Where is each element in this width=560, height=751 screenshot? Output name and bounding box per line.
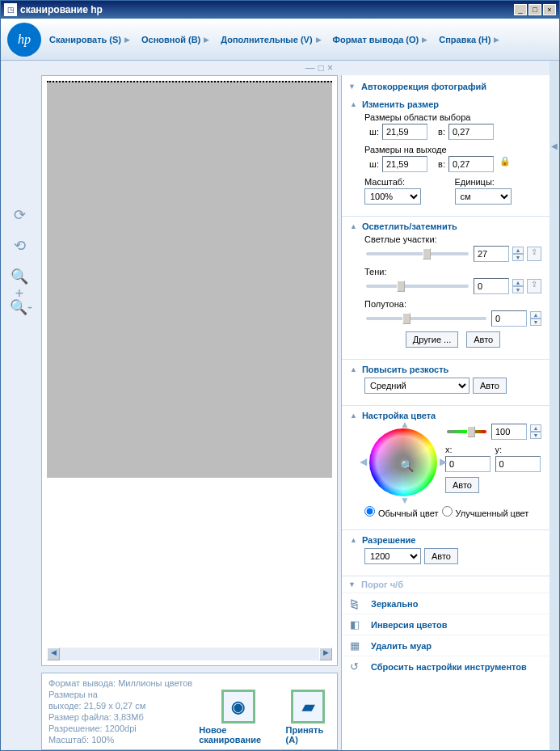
shadows-label: Тени: [364,267,541,276]
section-lighten[interactable]: ▲Осветлить/затемнить [350,222,541,231]
window-title: сканирование hp [20,4,512,15]
scan-preview[interactable] [47,81,332,478]
auto-sharpen-button[interactable]: Авто [473,378,507,394]
lock-aspect-icon[interactable]: 🔒 [497,156,513,172]
selection-height-input[interactable] [448,124,494,140]
accept-button[interactable]: ▰ Принять (A) [286,690,331,745]
arrow-left-icon[interactable]: ◀ [360,456,367,467]
midtones-label: Полутона: [364,299,541,309]
highlights-input[interactable] [474,246,509,262]
saturation-input[interactable] [491,424,527,440]
normal-color-radio[interactable]: Обычный цвет [364,506,439,518]
zoom-in-icon[interactable]: 🔍+ [10,268,29,287]
descreen-label: Удалить муар [371,641,432,651]
resolution-select[interactable]: 1200 [364,548,421,564]
scale-label: Масштаб: [364,177,452,187]
menu-advanced[interactable]: Дополнительные (V) [221,35,312,44]
panel-window-controls: — □ × [41,61,338,75]
midtones-input[interactable] [491,310,527,327]
magnifier-icon: 🔍 [400,459,414,472]
output-height-input[interactable] [448,156,494,172]
output-width-input[interactable] [382,156,427,172]
auto-color-button[interactable]: Авто [445,477,479,493]
side-collapse-bar[interactable]: ◀ [549,61,559,750]
minimize-button[interactable]: _ [514,4,527,15]
close-button[interactable]: × [543,4,556,15]
reset-tools-action[interactable]: ↺Сбросить настройки инструментов [342,656,549,677]
enhanced-color-radio[interactable]: Улучшенный цвет [442,506,529,518]
menu-output[interactable]: Формат вывода (O) [333,35,419,44]
scrollbar-track[interactable] [60,648,319,660]
chevron-right-icon: ▶ [494,36,499,44]
highlights-slider[interactable] [366,252,469,255]
sat-up[interactable]: ▲ [530,424,541,432]
section-threshold[interactable]: ▼ Порог ч/б [342,576,549,593]
shadows-reset-icon[interactable]: ⇪ [527,279,541,293]
section-autocorrect[interactable]: ▼ Автокоррекция фотографий [342,78,549,95]
color-wheel[interactable]: 🔍 [369,428,437,496]
highlights-up[interactable]: ▲ [512,247,524,254]
chevron-down-icon: ▼ [348,580,356,589]
rotate-cw-icon[interactable]: ⟳ [10,206,29,226]
sharpen-body: ▲Повысить резкость Средний Авто [342,360,549,406]
midtones-slider[interactable] [366,317,486,320]
new-scan-button[interactable]: ◉ Новое сканирование [199,690,277,745]
invert-action[interactable]: ◧Инверсия цветов [342,614,549,635]
units-select[interactable]: см [455,188,512,205]
arrow-down-icon[interactable]: ▼ [400,495,410,506]
color-x-input[interactable] [445,456,491,472]
sharpen-select[interactable]: Средний [364,378,469,394]
descreen-icon: ▦ [350,639,363,652]
normal-color-label: Обычный цвет [378,508,439,518]
status-format: Формат вывода: Миллионы цветов [48,678,192,688]
scroll-left-button[interactable]: ◀ [47,648,60,660]
menu-basic[interactable]: Основной (B) [141,35,200,44]
output-dims-label: Размеры на выходе [364,145,541,154]
midtones-up[interactable]: ▲ [530,311,541,319]
status-box: Формат вывода: Миллионы цветов Размеры н… [41,673,338,750]
section-color[interactable]: ▲Настройка цвета [350,411,541,420]
panel-close-icon[interactable]: × [327,62,333,74]
content-area: ⟳ ⟲ 🔍+ 🔍- — □ × ◀ ▶ [1,61,559,750]
scale-select[interactable]: 100% [364,188,421,205]
highlights-reset-icon[interactable]: ⇪ [527,247,541,261]
arrow-up-icon[interactable]: ▲ [400,419,410,430]
mirror-action[interactable]: ⧎Зеркально [342,593,549,614]
menu-help[interactable]: Справка (H) [439,35,491,44]
saturation-slider[interactable] [447,430,486,433]
maximize-button[interactable]: □ [528,4,541,15]
enhanced-color-label: Улучшенный цвет [456,508,529,518]
shadows-down[interactable]: ▼ [512,286,524,293]
section-resize-label: Изменить размер [362,99,439,109]
highlights-down[interactable]: ▼ [512,254,524,261]
shadows-input[interactable] [474,278,509,294]
other-button[interactable]: Другие ... [406,331,458,348]
shadows-up[interactable]: ▲ [512,279,524,286]
descreen-action[interactable]: ▦Удалить муар [342,635,549,656]
resolution-body: ▲Разрешение 1200 Авто [342,530,549,576]
height-label-2: в: [431,159,445,169]
section-resize[interactable]: ▲Изменить размер [350,99,541,109]
menubar: hp Сканировать (S)▶ Основной (B)▶ Дополн… [1,19,559,61]
preview-column: — □ × ◀ ▶ Формат вывода: Миллионы цветов… [38,61,341,750]
panel-maximize-icon[interactable]: □ [318,62,324,74]
lighten-body: ▲Осветлить/затемнить Светлые участки: ▲▼… [342,217,549,360]
sat-down[interactable]: ▼ [530,432,541,439]
zoom-out-icon[interactable]: 🔍- [10,298,29,318]
selection-width-input[interactable] [382,124,427,140]
auto-lighten-button[interactable]: Авто [466,331,500,348]
rotate-ccw-icon[interactable]: ⟲ [10,237,29,256]
reset-icon: ↺ [350,660,363,673]
scroll-right-button[interactable]: ▶ [319,648,332,660]
horizontal-scrollbar[interactable]: ◀ ▶ [47,648,332,660]
color-y-input[interactable] [495,456,541,472]
auto-resolution-button[interactable]: Авто [424,548,458,564]
panel-minimize-icon[interactable]: — [305,62,315,74]
section-sharpen[interactable]: ▲Повысить резкость [350,365,541,374]
shadows-slider[interactable] [366,285,469,288]
midtones-down[interactable]: ▼ [530,319,541,326]
section-resolution[interactable]: ▲Разрешение [350,535,541,545]
app-icon: ◳ [4,3,17,16]
arrow-right-icon[interactable]: ▶ [440,456,447,467]
menu-scan[interactable]: Сканировать (S) [49,35,121,44]
